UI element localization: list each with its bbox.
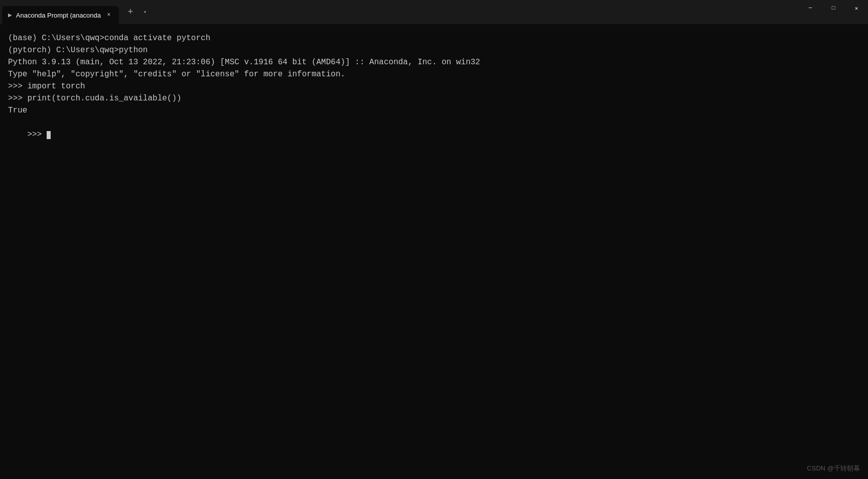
- minimize-button[interactable]: ─: [799, 0, 822, 16]
- terminal-body[interactable]: (base) C:\Users\qwq>conda activate pytor…: [0, 24, 868, 479]
- titlebar: ▶ Anaconda Prompt (anaconda × + ▾ ─ □ ✕: [0, 0, 868, 24]
- tab-actions: + ▾: [123, 5, 151, 20]
- terminal-line-8: True: [8, 104, 860, 116]
- close-button[interactable]: ✕: [845, 0, 868, 16]
- terminal-line-6: >>> import torch: [8, 80, 860, 92]
- terminal-icon: ▶: [8, 11, 12, 19]
- tab-close-button[interactable]: ×: [105, 11, 113, 19]
- new-tab-button[interactable]: +: [123, 5, 138, 20]
- tab-area: ▶ Anaconda Prompt (anaconda × + ▾: [0, 0, 151, 24]
- cursor-blink: [47, 131, 51, 139]
- watermark: CSDN @千转朝幕: [807, 463, 860, 473]
- terminal-line-9: >>>: [8, 116, 860, 153]
- maximize-button[interactable]: □: [822, 0, 845, 16]
- tab-label: Anaconda Prompt (anaconda: [16, 12, 101, 19]
- terminal-line-7: >>> print(torch.cuda.is_available()): [8, 92, 860, 104]
- window-controls: ─ □ ✕: [799, 0, 868, 24]
- terminal-line-3: (pytorch) C:\Users\qwq>python: [8, 44, 860, 56]
- terminal-line-4: Python 3.9.13 (main, Oct 13 2022, 21:23:…: [8, 56, 860, 68]
- terminal-line-5: Type "help", "copyright", "credits" or "…: [8, 68, 860, 80]
- tab-dropdown-button[interactable]: ▾: [139, 6, 151, 18]
- terminal-line-1: (base) C:\Users\qwq>conda activate pytor…: [8, 32, 860, 44]
- active-tab[interactable]: ▶ Anaconda Prompt (anaconda ×: [2, 6, 119, 24]
